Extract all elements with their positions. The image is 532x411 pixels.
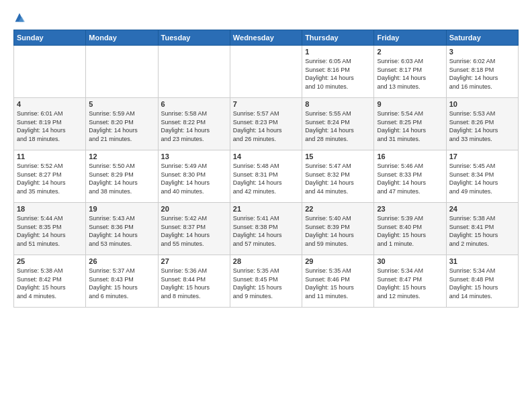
day-info: Sunrise: 6:02 AM Sunset: 8:18 PM Dayligh… — [449, 57, 515, 91]
day-info: Sunrise: 5:54 AM Sunset: 8:25 PM Dayligh… — [377, 109, 443, 143]
day-number: 23 — [377, 205, 443, 213]
day-info: Sunrise: 5:40 AM Sunset: 8:39 PM Dayligh… — [305, 214, 371, 248]
col-header-wednesday: Wednesday — [230, 30, 302, 46]
day-number: 10 — [449, 100, 515, 108]
logo — [13, 11, 26, 24]
day-cell: 23Sunrise: 5:39 AM Sunset: 8:40 PM Dayli… — [374, 203, 446, 255]
day-number: 29 — [305, 257, 371, 265]
day-info: Sunrise: 5:35 AM Sunset: 8:45 PM Dayligh… — [233, 267, 299, 300]
day-info: Sunrise: 5:38 AM Sunset: 8:41 PM Dayligh… — [449, 214, 515, 248]
day-cell: 30Sunrise: 5:34 AM Sunset: 8:47 PM Dayli… — [374, 255, 446, 308]
day-cell — [14, 46, 86, 98]
logo-block — [13, 11, 26, 24]
day-cell: 2Sunrise: 6:03 AM Sunset: 8:17 PM Daylig… — [374, 46, 446, 98]
day-number: 16 — [377, 152, 443, 161]
day-number: 17 — [449, 152, 515, 161]
day-info: Sunrise: 5:58 AM Sunset: 8:22 PM Dayligh… — [161, 109, 227, 143]
day-info: Sunrise: 5:49 AM Sunset: 8:30 PM Dayligh… — [161, 162, 227, 195]
day-number: 4 — [17, 100, 83, 108]
col-header-friday: Friday — [374, 30, 446, 46]
day-cell: 14Sunrise: 5:48 AM Sunset: 8:31 PM Dayli… — [230, 150, 302, 203]
col-header-thursday: Thursday — [302, 30, 374, 46]
day-info: Sunrise: 5:35 AM Sunset: 8:46 PM Dayligh… — [305, 267, 371, 300]
week-row-5: 25Sunrise: 5:38 AM Sunset: 8:42 PM Dayli… — [14, 255, 519, 308]
day-number: 9 — [377, 100, 443, 108]
day-info: Sunrise: 5:47 AM Sunset: 8:32 PM Dayligh… — [305, 162, 371, 195]
day-number: 27 — [161, 257, 227, 265]
day-number: 20 — [161, 205, 227, 213]
header-row: SundayMondayTuesdayWednesdayThursdayFrid… — [14, 30, 519, 46]
day-info: Sunrise: 6:01 AM Sunset: 8:19 PM Dayligh… — [17, 109, 83, 143]
day-cell: 8Sunrise: 5:55 AM Sunset: 8:24 PM Daylig… — [302, 98, 374, 150]
day-info: Sunrise: 5:43 AM Sunset: 8:36 PM Dayligh… — [89, 214, 154, 248]
page: SundayMondayTuesdayWednesdayThursdayFrid… — [0, 0, 532, 411]
day-info: Sunrise: 5:38 AM Sunset: 8:42 PM Dayligh… — [17, 267, 83, 300]
day-cell: 31Sunrise: 5:34 AM Sunset: 8:48 PM Dayli… — [446, 255, 518, 308]
day-cell: 22Sunrise: 5:40 AM Sunset: 8:39 PM Dayli… — [302, 203, 374, 255]
day-cell: 4Sunrise: 6:01 AM Sunset: 8:19 PM Daylig… — [14, 98, 86, 150]
day-cell: 24Sunrise: 5:38 AM Sunset: 8:41 PM Dayli… — [446, 203, 518, 255]
day-number: 21 — [233, 205, 299, 213]
day-cell: 28Sunrise: 5:35 AM Sunset: 8:45 PM Dayli… — [230, 255, 302, 308]
day-cell — [86, 46, 158, 98]
day-cell: 29Sunrise: 5:35 AM Sunset: 8:46 PM Dayli… — [302, 255, 374, 308]
day-cell: 18Sunrise: 5:44 AM Sunset: 8:35 PM Dayli… — [14, 203, 86, 255]
day-number: 31 — [449, 257, 515, 265]
week-row-2: 4Sunrise: 6:01 AM Sunset: 8:19 PM Daylig… — [14, 98, 519, 150]
day-cell: 21Sunrise: 5:41 AM Sunset: 8:38 PM Dayli… — [230, 203, 302, 255]
day-cell: 12Sunrise: 5:50 AM Sunset: 8:29 PM Dayli… — [86, 150, 158, 203]
day-cell: 26Sunrise: 5:37 AM Sunset: 8:43 PM Dayli… — [86, 255, 158, 308]
day-number: 25 — [17, 257, 83, 265]
day-number: 12 — [89, 152, 154, 161]
day-info: Sunrise: 5:59 AM Sunset: 8:20 PM Dayligh… — [89, 109, 154, 143]
day-number: 11 — [17, 152, 83, 161]
day-cell: 5Sunrise: 5:59 AM Sunset: 8:20 PM Daylig… — [86, 98, 158, 150]
day-number: 24 — [449, 205, 515, 213]
week-row-1: 1Sunrise: 6:05 AM Sunset: 8:16 PM Daylig… — [14, 46, 519, 98]
day-info: Sunrise: 5:48 AM Sunset: 8:31 PM Dayligh… — [233, 162, 299, 195]
day-info: Sunrise: 5:37 AM Sunset: 8:43 PM Dayligh… — [89, 267, 154, 300]
col-header-saturday: Saturday — [446, 30, 518, 46]
day-info: Sunrise: 5:39 AM Sunset: 8:40 PM Dayligh… — [377, 214, 443, 248]
day-cell: 10Sunrise: 5:53 AM Sunset: 8:26 PM Dayli… — [446, 98, 518, 150]
day-info: Sunrise: 5:44 AM Sunset: 8:35 PM Dayligh… — [17, 214, 83, 248]
day-cell: 25Sunrise: 5:38 AM Sunset: 8:42 PM Dayli… — [14, 255, 86, 308]
day-info: Sunrise: 5:34 AM Sunset: 8:47 PM Dayligh… — [377, 267, 443, 300]
day-number: 18 — [17, 205, 83, 213]
header — [13, 11, 519, 24]
day-number: 3 — [449, 48, 515, 56]
day-info: Sunrise: 5:36 AM Sunset: 8:44 PM Dayligh… — [161, 267, 227, 300]
day-cell: 7Sunrise: 5:57 AM Sunset: 8:23 PM Daylig… — [230, 98, 302, 150]
day-info: Sunrise: 5:45 AM Sunset: 8:34 PM Dayligh… — [449, 162, 515, 195]
col-header-monday: Monday — [86, 30, 158, 46]
day-cell: 6Sunrise: 5:58 AM Sunset: 8:22 PM Daylig… — [158, 98, 230, 150]
day-cell: 1Sunrise: 6:05 AM Sunset: 8:16 PM Daylig… — [302, 46, 374, 98]
day-number: 26 — [89, 257, 154, 265]
day-info: Sunrise: 5:57 AM Sunset: 8:23 PM Dayligh… — [233, 109, 299, 143]
day-info: Sunrise: 5:52 AM Sunset: 8:27 PM Dayligh… — [17, 162, 83, 195]
day-cell: 19Sunrise: 5:43 AM Sunset: 8:36 PM Dayli… — [86, 203, 158, 255]
day-info: Sunrise: 5:50 AM Sunset: 8:29 PM Dayligh… — [89, 162, 154, 195]
day-number: 13 — [161, 152, 227, 161]
day-cell: 13Sunrise: 5:49 AM Sunset: 8:30 PM Dayli… — [158, 150, 230, 203]
day-cell — [230, 46, 302, 98]
day-info: Sunrise: 5:42 AM Sunset: 8:37 PM Dayligh… — [161, 214, 227, 248]
day-number: 15 — [305, 152, 371, 161]
day-number: 19 — [89, 205, 154, 213]
day-cell: 3Sunrise: 6:02 AM Sunset: 8:18 PM Daylig… — [446, 46, 518, 98]
day-cell: 16Sunrise: 5:46 AM Sunset: 8:33 PM Dayli… — [374, 150, 446, 203]
day-info: Sunrise: 6:05 AM Sunset: 8:16 PM Dayligh… — [305, 57, 371, 91]
day-cell — [158, 46, 230, 98]
day-info: Sunrise: 6:03 AM Sunset: 8:17 PM Dayligh… — [377, 57, 443, 91]
day-number: 22 — [305, 205, 371, 213]
day-cell: 17Sunrise: 5:45 AM Sunset: 8:34 PM Dayli… — [446, 150, 518, 203]
day-cell: 20Sunrise: 5:42 AM Sunset: 8:37 PM Dayli… — [158, 203, 230, 255]
day-cell: 9Sunrise: 5:54 AM Sunset: 8:25 PM Daylig… — [374, 98, 446, 150]
day-info: Sunrise: 5:53 AM Sunset: 8:26 PM Dayligh… — [449, 109, 515, 143]
calendar-table: SundayMondayTuesdayWednesdayThursdayFrid… — [13, 30, 519, 308]
day-number: 1 — [305, 48, 371, 56]
day-number: 8 — [305, 100, 371, 108]
day-number: 5 — [89, 100, 154, 108]
day-cell: 15Sunrise: 5:47 AM Sunset: 8:32 PM Dayli… — [302, 150, 374, 203]
day-info: Sunrise: 5:46 AM Sunset: 8:33 PM Dayligh… — [377, 162, 443, 195]
